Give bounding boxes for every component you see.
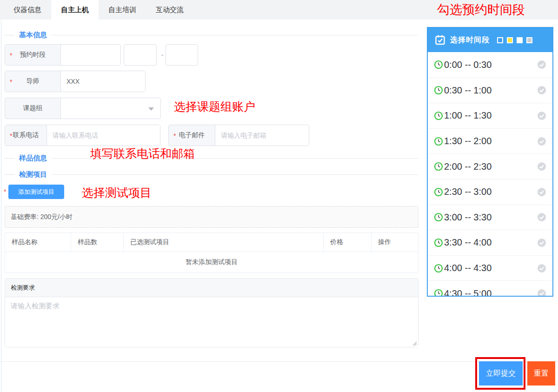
calendar-check-icon <box>434 34 446 46</box>
tab-self-training[interactable]: 自主培训 <box>99 0 146 20</box>
timeslot-label: 1:30 -- 2:00 <box>444 136 492 146</box>
timeslot-row[interactable]: 1:00 -- 1:30 <box>428 103 552 128</box>
range-separator: - <box>159 44 166 66</box>
timeslot-row[interactable]: 1:30 -- 2:00 <box>428 128 552 154</box>
label-text: 电子邮件 <box>179 131 205 140</box>
check-circle-icon <box>537 86 546 95</box>
add-test-item-button[interactable]: 添加测试项目 <box>8 185 64 199</box>
table-header-row: 样品名称 样品数 已选测试项目 价格 操作 <box>5 233 418 252</box>
timeslot-label: 0:00 -- 0:30 <box>444 60 492 70</box>
section-title: 基本信息 <box>19 31 47 40</box>
tab-interaction[interactable]: 互动交流 <box>146 0 193 20</box>
timeslot-row[interactable]: 3:30 -- 4:00 <box>428 230 552 255</box>
requirements-textarea[interactable] <box>5 297 418 347</box>
section-basic-info: 基本信息 <box>5 30 418 40</box>
required-marker: * <box>10 132 12 140</box>
timeslot-row[interactable]: 0:30 -- 1:00 <box>428 78 552 103</box>
timeslot-row[interactable]: 4:00 -- 4:30 <box>428 255 552 281</box>
research-group-select[interactable] <box>61 98 160 119</box>
legend-disabled-swatch <box>526 37 532 43</box>
check-circle-icon <box>537 111 546 120</box>
reserve-period-label: * 预约时段 <box>5 45 61 65</box>
booking-page: 仪器信息 自主上机 自主培训 互动交流 勾选预约时间段 选择课题组账户 填写联系… <box>0 0 558 392</box>
timeslot-legend <box>493 37 532 43</box>
clock-icon <box>434 264 443 273</box>
reset-button[interactable]: 重置 <box>527 361 555 385</box>
label-text: 预约时段 <box>20 51 46 59</box>
section-title: 检测项目 <box>19 170 47 179</box>
chevron-down-icon <box>148 107 154 111</box>
check-circle-icon <box>537 213 546 222</box>
timeslot-label: 3:30 -- 4:00 <box>444 237 492 248</box>
test-item-table: 样品名称 样品数 已选测试项目 价格 操作 暂未添加测试项目 <box>5 233 418 273</box>
col-sample-name: 样品名称 <box>5 233 71 252</box>
annotation-check-timeslot: 勾选预约时间段 <box>437 1 525 18</box>
footer-divider <box>0 361 558 362</box>
mentor-label: * 导师 <box>5 71 61 92</box>
resize-handle-icon[interactable] <box>412 341 417 346</box>
required-marker: * <box>173 132 176 140</box>
base-rate-box: 基础费率: 200元/小时 <box>5 206 418 228</box>
mentor-input[interactable] <box>61 71 145 92</box>
divider <box>5 35 15 35</box>
phone-input[interactable] <box>47 125 160 146</box>
research-group-label: 课题组 <box>5 98 61 119</box>
timeslot-row[interactable]: 4:30 -- 5:00 <box>428 280 552 297</box>
label-text: 课题组 <box>23 104 43 113</box>
check-circle-icon <box>537 187 546 197</box>
required-marker: * <box>10 52 12 59</box>
phone-label: * 联系电话 <box>5 125 47 146</box>
section-sample-info: 样品信息 <box>5 153 418 163</box>
timeslot-label: 2:00 -- 2:30 <box>444 161 492 172</box>
requirements-block: 检测要求 <box>5 278 418 347</box>
clock-icon <box>434 162 443 171</box>
col-selected-items: 已选测试项目 <box>124 233 324 252</box>
divider <box>5 158 15 159</box>
label-text: 导师 <box>27 77 40 86</box>
reserve-period-input[interactable] <box>61 45 120 65</box>
timeslot-list: 0:00 -- 0:30 0:30 -- 1:00 <box>428 52 552 297</box>
col-sample-count: 样品数 <box>71 233 124 252</box>
reserve-end-input[interactable] <box>166 44 198 66</box>
field-reserve-period: * 预约时段 <box>5 44 121 66</box>
check-circle-icon <box>537 162 546 171</box>
requirements-label: 检测要求 <box>5 279 418 297</box>
legend-free-swatch <box>517 37 523 43</box>
clock-icon <box>434 137 443 146</box>
tab-instrument-info[interactable]: 仪器信息 <box>4 0 51 20</box>
timeslot-row[interactable]: 2:00 -- 2:30 <box>428 153 552 179</box>
tab-self-operation[interactable]: 自主上机 <box>51 0 99 20</box>
timeslot-row[interactable]: 2:30 -- 3:00 <box>428 179 552 205</box>
field-research-group: 课题组 <box>5 98 161 119</box>
email-input[interactable] <box>215 125 309 146</box>
requirements-body <box>5 297 418 347</box>
check-circle-icon <box>537 238 546 247</box>
required-marker: * <box>10 78 12 86</box>
legend-selected-swatch <box>497 37 503 43</box>
col-price: 价格 <box>324 233 372 252</box>
timeslot-row[interactable]: 3:00 -- 3:30 <box>428 205 552 230</box>
check-circle-icon <box>537 60 546 69</box>
check-circle-icon <box>537 289 546 297</box>
timeslot-label: 1:00 -- 1:30 <box>444 110 492 121</box>
submit-button[interactable]: 立即提交 <box>479 361 523 385</box>
timeslot-row[interactable]: 0:00 -- 0:30 <box>428 52 552 78</box>
field-phone: * 联系电话 <box>5 125 160 146</box>
timeslot-label: 0:30 -- 1:00 <box>444 85 492 96</box>
timeslot-panel-title: 选择时间段 <box>450 35 490 45</box>
clock-icon <box>434 187 443 197</box>
timeslot-label: 2:30 -- 3:00 <box>444 186 492 197</box>
label-text: 联系电话 <box>13 131 39 140</box>
timeslot-label: 4:30 -- 5:00 <box>444 288 492 297</box>
timeslot-label: 4:00 -- 4:30 <box>444 263 492 273</box>
check-circle-icon <box>537 137 546 146</box>
field-email: * 电子邮件 <box>168 125 309 146</box>
clock-icon <box>434 289 443 297</box>
divider <box>5 174 15 175</box>
col-actions: 操作 <box>372 233 418 252</box>
annotation-select-group: 选择课题组账户 <box>174 99 255 114</box>
section-test-items: 检测项目 <box>5 169 418 179</box>
clock-icon <box>434 86 443 95</box>
required-marker: * <box>4 188 6 195</box>
reserve-start-input[interactable] <box>124 44 157 66</box>
